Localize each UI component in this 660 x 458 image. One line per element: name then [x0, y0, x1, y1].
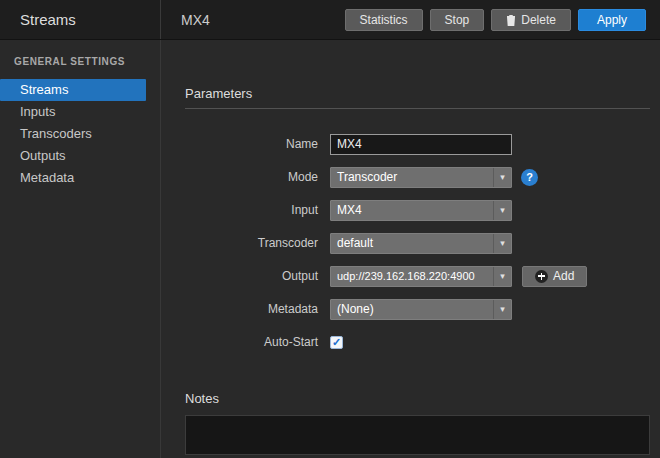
- parameters-form: Name Mode Transcoder ▾ ? Input MX4 ▾: [185, 133, 650, 353]
- autostart-label: Auto-Start: [185, 335, 318, 349]
- parameters-divider: [185, 108, 650, 109]
- help-icon[interactable]: ?: [521, 169, 538, 186]
- page-title: Streams: [0, 0, 161, 39]
- metadata-row: Metadata (None) ▾: [185, 298, 650, 320]
- transcoder-dropdown-value: default: [331, 236, 493, 250]
- mode-row: Mode Transcoder ▾ ?: [185, 166, 650, 188]
- sidebar-item-outputs[interactable]: Outputs: [0, 145, 146, 167]
- header-bar: Streams MX4 Statistics Stop Delete Apply: [0, 0, 660, 40]
- mode-dropdown[interactable]: Transcoder ▾: [330, 167, 512, 188]
- metadata-label: Metadata: [185, 302, 318, 316]
- delete-button-label: Delete: [521, 13, 556, 27]
- mode-dropdown-value: Transcoder: [331, 170, 493, 184]
- sidebar-item-inputs[interactable]: Inputs: [0, 101, 146, 123]
- chevron-down-icon: ▾: [493, 267, 511, 286]
- stop-button[interactable]: Stop: [430, 9, 485, 31]
- output-label: Output: [185, 269, 318, 283]
- metadata-dropdown[interactable]: (None) ▾: [330, 299, 512, 320]
- input-dropdown-value: MX4: [331, 203, 493, 217]
- sidebar-item-streams[interactable]: Streams: [0, 79, 146, 101]
- statistics-button[interactable]: Statistics: [345, 9, 423, 31]
- name-label: Name: [185, 137, 318, 151]
- output-row: Output udp://239.162.168.220:4900 ▾ Add: [185, 265, 650, 287]
- add-button-label: Add: [553, 269, 574, 283]
- mode-label: Mode: [185, 170, 318, 184]
- chevron-down-icon: ▾: [493, 300, 511, 319]
- transcoder-dropdown[interactable]: default ▾: [330, 233, 512, 254]
- output-dropdown[interactable]: udp://239.162.168.220:4900 ▾: [330, 266, 512, 287]
- notes-textarea[interactable]: [185, 415, 650, 455]
- sidebar-section-label: GENERAL SETTINGS: [0, 56, 160, 67]
- plus-icon: [535, 270, 548, 283]
- transcoder-row: Transcoder default ▾: [185, 232, 650, 254]
- transcoder-label: Transcoder: [185, 236, 318, 250]
- notes-section: Notes: [185, 391, 650, 458]
- sidebar-item-transcoders[interactable]: Transcoders: [0, 123, 146, 145]
- delete-button[interactable]: Delete: [491, 9, 571, 31]
- notes-heading: Notes: [185, 391, 650, 406]
- apply-button[interactable]: Apply: [578, 9, 646, 31]
- output-dropdown-value: udp://239.162.168.220:4900: [331, 270, 493, 282]
- parameters-heading: Parameters: [185, 86, 650, 101]
- auto-start-checkbox[interactable]: ✓: [330, 336, 343, 349]
- chevron-down-icon: ▾: [493, 201, 511, 220]
- stream-name-heading: MX4: [161, 12, 345, 28]
- app-window: Streams MX4 Statistics Stop Delete Apply…: [0, 0, 660, 458]
- input-dropdown[interactable]: MX4 ▾: [330, 200, 512, 221]
- sidebar: GENERAL SETTINGS Streams Inputs Transcod…: [0, 40, 161, 458]
- header-actions: Statistics Stop Delete Apply: [345, 9, 660, 31]
- name-input[interactable]: [330, 134, 512, 155]
- checkmark-icon: ✓: [332, 337, 341, 348]
- input-row: Input MX4 ▾: [185, 199, 650, 221]
- add-output-button[interactable]: Add: [522, 266, 587, 287]
- chevron-down-icon: ▾: [493, 234, 511, 253]
- chevron-down-icon: ▾: [493, 168, 511, 187]
- autostart-row: Auto-Start ✓: [185, 331, 650, 353]
- input-label: Input: [185, 203, 318, 217]
- metadata-dropdown-value: (None): [331, 302, 493, 316]
- main-content: Parameters Name Mode Transcoder ▾ ? Inpu: [161, 40, 660, 458]
- trash-icon: [506, 14, 516, 26]
- sidebar-item-metadata[interactable]: Metadata: [0, 167, 146, 189]
- name-row: Name: [185, 133, 650, 155]
